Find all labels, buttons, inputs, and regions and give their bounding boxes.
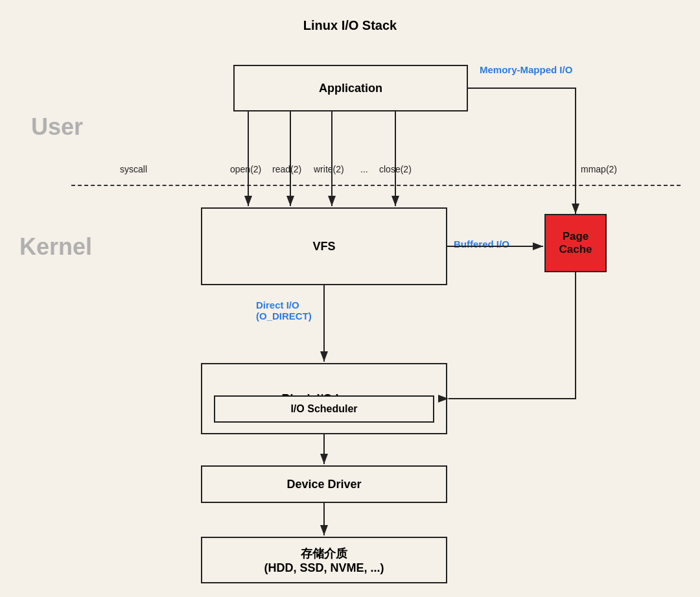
read-label: read(2) [272, 164, 301, 174]
vfs-box: VFS [201, 207, 447, 285]
user-label: User [31, 113, 83, 141]
direct-io-label: Direct I/O (O_DIRECT) [256, 299, 312, 322]
storage-box: 存储介质 (HDD, SSD, NVME, ...) [201, 537, 447, 583]
write-label: write(2) [314, 164, 344, 174]
open-label: open(2) [230, 164, 261, 174]
diagram-container: Linux I/O Stack User Kernel Application … [0, 0, 700, 597]
memory-mapped-label: Memory-Mapped I/O [480, 64, 572, 75]
application-box: Application [233, 65, 468, 111]
diagram-title: Linux I/O Stack [303, 18, 397, 33]
device-driver-box: Device Driver [201, 465, 447, 503]
ellipsis-label: ... [360, 164, 368, 174]
io-scheduler-box: I/O Scheduler [214, 395, 434, 423]
kernel-label: Kernel [19, 233, 92, 261]
buffered-io-label: Buffered I/O [454, 239, 509, 250]
mmap-label: mmap(2) [581, 164, 617, 174]
user-kernel-separator [71, 185, 681, 186]
syscall-label: syscall [120, 164, 147, 174]
close-label: close(2) [379, 164, 412, 174]
page-cache-box: Page Cache [544, 214, 607, 272]
